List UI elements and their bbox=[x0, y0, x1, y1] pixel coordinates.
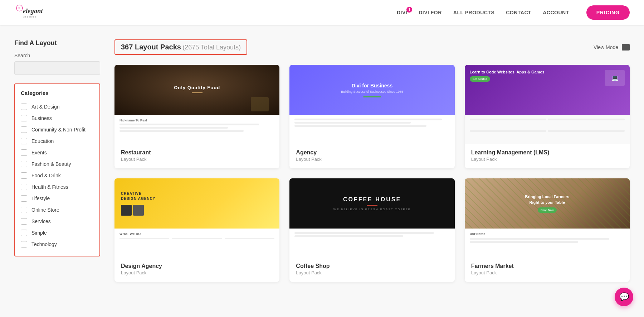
card-type-coffee-shop: Layout Pack bbox=[296, 270, 448, 275]
layout-card-agency[interactable]: Divi for Business Building Successful Bu… bbox=[289, 65, 454, 168]
layouts-grid: Only Quality Food Nickname To Real Resta… bbox=[114, 65, 630, 282]
category-checkbox-lifestyle[interactable] bbox=[21, 195, 27, 202]
sidebar-item-community[interactable]: Community & Non-Profit bbox=[21, 124, 94, 135]
nav-account[interactable]: ACCOUNT bbox=[543, 10, 569, 15]
logo[interactable]: elegant themes ✦ bbox=[14, 3, 54, 22]
category-label-technology: Technology bbox=[31, 241, 57, 247]
layout-card-restaurant[interactable]: Only Quality Food Nickname To Real Resta… bbox=[114, 65, 279, 168]
card-preview-lms: Learn to Code Websites, Apps & Games Get… bbox=[465, 65, 630, 144]
sidebar-item-fashion-beauty[interactable]: Fashion & Beauty bbox=[21, 158, 94, 170]
category-checkbox-community[interactable] bbox=[21, 126, 27, 133]
sidebar-item-health-fitness[interactable]: Health & Fitness bbox=[21, 181, 94, 193]
categories-title: Categories bbox=[21, 90, 94, 96]
card-name-design-agency: Design Agency bbox=[121, 263, 273, 269]
category-label-food-drink: Food & Drink bbox=[31, 173, 61, 178]
category-checkbox-services[interactable] bbox=[21, 218, 27, 225]
sidebar-item-services[interactable]: Services bbox=[21, 216, 94, 227]
category-checkbox-events[interactable] bbox=[21, 149, 27, 156]
card-name-restaurant: Restaurant bbox=[121, 149, 273, 156]
card-name-coffee-shop: Coffee Shop bbox=[296, 263, 448, 269]
sidebar-item-business[interactable]: Business bbox=[21, 112, 94, 124]
card-info-coffee-shop: Coffee Shop Layout Pack bbox=[289, 257, 454, 282]
categories-list: Art & Design Business Community & Non-Pr… bbox=[21, 101, 94, 250]
navbar: elegant themes ✦ DIVI 1 DIVI FOR ALL PRO… bbox=[0, 0, 644, 25]
sidebar-item-events[interactable]: Events bbox=[21, 147, 94, 158]
layout-card-coffee-shop[interactable]: COFFEE HOUSE We believe in fresh roast c… bbox=[289, 178, 454, 282]
main-container: Find A Layout Search Categories Art & De… bbox=[0, 25, 644, 296]
grid-view-icon[interactable] bbox=[622, 44, 630, 51]
card-preview-design-agency: CREATIVEDESIGN AGENCY WHAT WE DO bbox=[114, 178, 279, 257]
svg-text:themes: themes bbox=[23, 15, 37, 18]
card-type-restaurant: Layout Pack bbox=[121, 157, 273, 162]
sidebar-item-food-drink[interactable]: Food & Drink bbox=[21, 170, 94, 181]
category-label-education: Education bbox=[31, 138, 54, 144]
nav-divi[interactable]: DIVI 1 bbox=[397, 10, 407, 15]
layout-card-design-agency[interactable]: CREATIVEDESIGN AGENCY WHAT WE DO Design … bbox=[114, 178, 279, 282]
nav-divi-for[interactable]: DIVI FOR bbox=[419, 10, 442, 15]
sidebar-item-online-store[interactable]: Online Store bbox=[21, 204, 94, 216]
sidebar-item-technology[interactable]: Technology bbox=[21, 239, 94, 250]
sidebar-title: Find A Layout bbox=[14, 39, 100, 47]
card-name-agency: Agency bbox=[296, 149, 448, 156]
sidebar-item-art-design[interactable]: Art & Design bbox=[21, 101, 94, 112]
layout-count-box: 367 Layout Packs (2675 Total Layouts) bbox=[114, 39, 247, 55]
category-label-business: Business bbox=[31, 115, 52, 121]
category-checkbox-education[interactable] bbox=[21, 138, 27, 144]
nav-contact[interactable]: CONTACT bbox=[506, 10, 531, 15]
card-preview-farmers-market: Bringing Local FarmersRight to your Tabl… bbox=[465, 178, 630, 257]
pricing-button[interactable]: PRICING bbox=[586, 5, 630, 20]
nav-all-products[interactable]: ALL PRODUCTS bbox=[453, 10, 494, 15]
category-checkbox-fashion-beauty[interactable] bbox=[21, 161, 27, 167]
card-info-farmers-market: Farmers Market Layout Pack bbox=[465, 257, 630, 282]
category-label-events: Events bbox=[31, 150, 47, 155]
card-info-lms: Learning Management (LMS) Layout Pack bbox=[465, 144, 630, 168]
card-preview-agency: Divi for Business Building Successful Bu… bbox=[289, 65, 454, 144]
category-checkbox-food-drink[interactable] bbox=[21, 172, 27, 179]
layout-card-farmers-market[interactable]: Bringing Local FarmersRight to your Tabl… bbox=[465, 178, 630, 282]
card-info-restaurant: Restaurant Layout Pack bbox=[114, 144, 279, 168]
categories-box: Categories Art & Design Business Communi… bbox=[14, 83, 100, 256]
category-label-community: Community & Non-Profit bbox=[31, 127, 86, 133]
view-mode: View Mode bbox=[594, 44, 630, 51]
svg-text:✦: ✦ bbox=[18, 6, 20, 10]
sidebar-item-education[interactable]: Education bbox=[21, 135, 94, 147]
card-info-agency: Agency Layout Pack bbox=[289, 144, 454, 168]
card-name-lms: Learning Management (LMS) bbox=[471, 149, 623, 156]
svg-text:elegant: elegant bbox=[23, 7, 43, 15]
card-type-agency: Layout Pack bbox=[296, 157, 448, 162]
divi-badge: 1 bbox=[406, 7, 412, 13]
search-input[interactable] bbox=[14, 61, 100, 75]
category-checkbox-health-fitness[interactable] bbox=[21, 184, 27, 190]
category-checkbox-business[interactable] bbox=[21, 115, 27, 121]
category-checkbox-simple[interactable] bbox=[21, 230, 27, 236]
category-label-simple: Simple bbox=[31, 230, 47, 236]
sidebar-item-simple[interactable]: Simple bbox=[21, 227, 94, 239]
content-area: 367 Layout Packs (2675 Total Layouts) Vi… bbox=[114, 39, 630, 282]
layout-count: 367 Layout Packs bbox=[121, 43, 181, 51]
sidebar: Find A Layout Search Categories Art & De… bbox=[14, 39, 100, 282]
category-label-online-store: Online Store bbox=[31, 207, 59, 213]
layout-count-sub: (2675 Total Layouts) bbox=[182, 44, 241, 51]
card-preview-restaurant: Only Quality Food Nickname To Real bbox=[114, 65, 279, 144]
card-type-lms: Layout Pack bbox=[471, 157, 623, 162]
category-checkbox-online-store[interactable] bbox=[21, 207, 27, 213]
card-info-design-agency: Design Agency Layout Pack bbox=[114, 257, 279, 282]
nav-links: DIVI 1 DIVI FOR ALL PRODUCTS CONTACT ACC… bbox=[397, 5, 630, 20]
content-header: 367 Layout Packs (2675 Total Layouts) Vi… bbox=[114, 39, 630, 55]
search-label: Search bbox=[14, 53, 100, 58]
chat-icon: 💬 bbox=[619, 292, 629, 296]
category-label-fashion-beauty: Fashion & Beauty bbox=[31, 161, 71, 167]
category-checkbox-technology[interactable] bbox=[21, 241, 27, 248]
category-label-lifestyle: Lifestyle bbox=[31, 196, 50, 201]
layout-card-lms[interactable]: Learn to Code Websites, Apps & Games Get… bbox=[465, 65, 630, 168]
category-label-services: Services bbox=[31, 218, 51, 224]
view-mode-label: View Mode bbox=[594, 44, 618, 50]
category-label-art-design: Art & Design bbox=[31, 104, 60, 110]
category-label-health-fitness: Health & Fitness bbox=[31, 184, 68, 190]
sidebar-item-lifestyle[interactable]: Lifestyle bbox=[21, 193, 94, 204]
card-type-farmers-market: Layout Pack bbox=[471, 270, 623, 275]
category-checkbox-art-design[interactable] bbox=[21, 104, 27, 110]
card-name-farmers-market: Farmers Market bbox=[471, 263, 623, 269]
card-preview-coffee-shop: COFFEE HOUSE We believe in fresh roast c… bbox=[289, 178, 454, 257]
card-type-design-agency: Layout Pack bbox=[121, 270, 273, 275]
